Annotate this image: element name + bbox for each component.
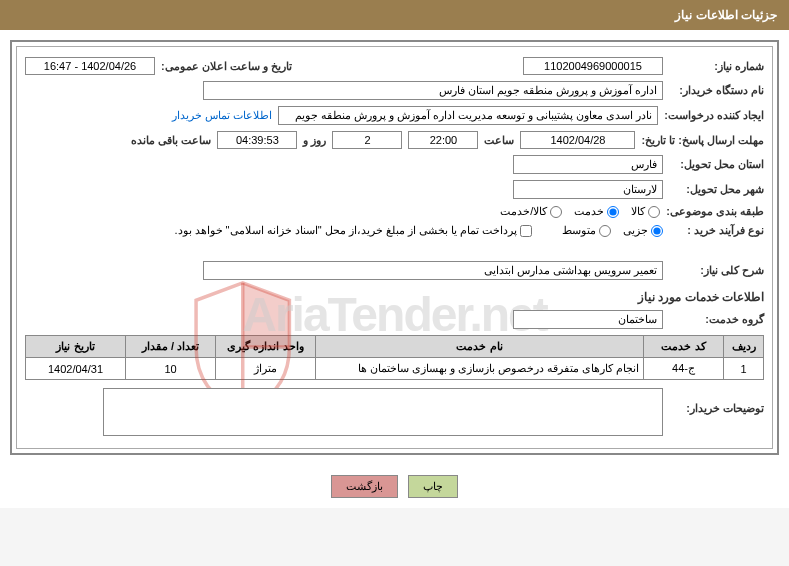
- contact-link[interactable]: اطلاعات تماس خریدار: [172, 109, 272, 122]
- countdown-field: 04:39:53: [217, 131, 297, 149]
- days-field: 2: [332, 131, 402, 149]
- deadline-date-field: 1402/04/28: [520, 131, 635, 149]
- back-button[interactable]: بازگشت: [331, 475, 398, 498]
- th-code: کد خدمت: [644, 336, 724, 358]
- radio-medium-input[interactable]: [599, 225, 611, 237]
- table-header-row: ردیف کد خدمت نام خدمت واحد اندازه گیری ت…: [26, 336, 764, 358]
- buyer-org-label: نام دستگاه خریدار:: [669, 84, 764, 97]
- need-number-label: شماره نیاز:: [669, 60, 764, 73]
- radio-service-input[interactable]: [607, 206, 619, 218]
- payment-checkbox-input[interactable]: [520, 225, 532, 237]
- province-label: استان محل تحویل:: [669, 158, 764, 171]
- cell-row: 1: [724, 358, 764, 380]
- process-radio-group: جزیی متوسط: [562, 224, 663, 237]
- city-label: شهر محل تحویل:: [669, 183, 764, 196]
- th-name: نام خدمت: [316, 336, 644, 358]
- button-row: چاپ بازگشت: [0, 465, 789, 508]
- announce-label: تاریخ و ساعت اعلان عمومی:: [161, 60, 292, 73]
- payment-note-label: پرداخت تمام یا بخشی از مبلغ خرید،از محل …: [174, 224, 517, 237]
- radio-service-label: خدمت: [574, 205, 604, 218]
- radio-service[interactable]: خدمت: [574, 205, 619, 218]
- announce-field: 1402/04/26 - 16:47: [25, 57, 155, 75]
- cell-unit: متراژ: [216, 358, 316, 380]
- service-group-field: ساختمان: [513, 310, 663, 329]
- radio-minor-input[interactable]: [651, 225, 663, 237]
- outer-frame: AriaTender.net شماره نیاز: 1102004969000…: [10, 40, 779, 455]
- th-date: تاریخ نیاز: [26, 336, 126, 358]
- services-table: ردیف کد خدمت نام خدمت واحد اندازه گیری ت…: [25, 335, 764, 380]
- cell-code: ج-44: [644, 358, 724, 380]
- buyer-notes-box: [103, 388, 663, 436]
- radio-goods-service-label: کالا/خدمت: [500, 205, 547, 218]
- city-field: لارستان: [513, 180, 663, 199]
- print-button[interactable]: چاپ: [408, 475, 458, 498]
- hour-label: ساعت: [484, 134, 514, 147]
- cell-qty: 10: [126, 358, 216, 380]
- radio-goods-service-input[interactable]: [550, 206, 562, 218]
- radio-goods-input[interactable]: [648, 206, 660, 218]
- radio-medium-label: متوسط: [562, 224, 596, 237]
- deadline-hour-field: 22:00: [408, 131, 478, 149]
- th-row: ردیف: [724, 336, 764, 358]
- requester-label: ایجاد کننده درخواست:: [664, 109, 764, 122]
- process-label: نوع فرآیند خرید :: [669, 224, 764, 237]
- cell-date: 1402/04/31: [26, 358, 126, 380]
- radio-goods-service[interactable]: کالا/خدمت: [500, 205, 562, 218]
- deadline-label: مهلت ارسال پاسخ: تا تاریخ:: [641, 134, 764, 147]
- need-number-field: 1102004969000015: [523, 57, 663, 75]
- buyer-notes-label: توضیحات خریدار:: [669, 402, 764, 415]
- radio-minor[interactable]: جزیی: [623, 224, 663, 237]
- radio-goods-label: کالا: [631, 205, 645, 218]
- th-qty: تعداد / مقدار: [126, 336, 216, 358]
- payment-checkbox[interactable]: پرداخت تمام یا بخشی از مبلغ خرید،از محل …: [174, 224, 532, 237]
- services-section-title: اطلاعات خدمات مورد نیاز: [25, 290, 764, 304]
- remaining-label: ساعت باقی مانده: [131, 134, 211, 147]
- requester-field: نادر اسدی معاون پشتیبانی و توسعه مدیریت …: [278, 106, 658, 125]
- page-header: جزئیات اطلاعات نیاز: [0, 0, 789, 30]
- need-desc-label: شرح کلی نیاز:: [669, 264, 764, 277]
- days-and-label: روز و: [303, 134, 326, 147]
- service-group-label: گروه خدمت:: [669, 313, 764, 326]
- province-field: فارس: [513, 155, 663, 174]
- buyer-org-field: اداره آموزش و پرورش منطقه جویم استان فار…: [203, 81, 663, 100]
- radio-goods[interactable]: کالا: [631, 205, 660, 218]
- category-radio-group: کالا خدمت کالا/خدمت: [500, 205, 660, 218]
- radio-minor-label: جزیی: [623, 224, 648, 237]
- inner-frame: AriaTender.net شماره نیاز: 1102004969000…: [16, 46, 773, 449]
- th-unit: واحد اندازه گیری: [216, 336, 316, 358]
- table-row: 1 ج-44 انجام کارهای متفرقه درخصوص بازساز…: [26, 358, 764, 380]
- need-desc-field: تعمیر سرویس بهداشتی مدارس ابتدایی: [203, 261, 663, 280]
- category-label: طبقه بندی موضوعی:: [666, 205, 764, 218]
- radio-medium[interactable]: متوسط: [562, 224, 611, 237]
- cell-name: انجام کارهای متفرقه درخصوص بازسازی و بهس…: [316, 358, 644, 380]
